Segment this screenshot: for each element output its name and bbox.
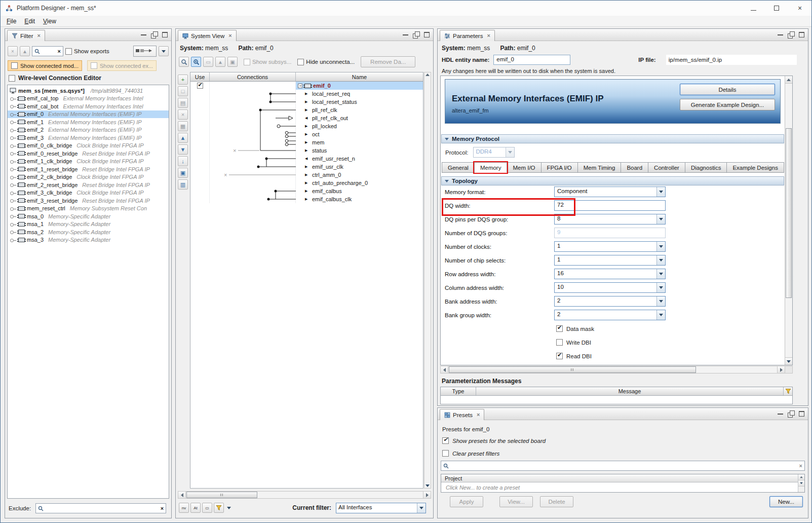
interface-names-button[interactable]: nv xyxy=(179,503,189,513)
maximize-button[interactable] xyxy=(765,1,788,16)
panel-float-icon[interactable] xyxy=(788,410,794,417)
group-button[interactable]: ▤ xyxy=(178,98,188,108)
clear-filter-button[interactable]: × xyxy=(8,46,18,56)
panel-minimize-icon[interactable] xyxy=(402,31,409,38)
use-checkbox[interactable] xyxy=(197,83,203,89)
tab-filter[interactable]: Filter × xyxy=(7,30,45,41)
move-up-button[interactable]: ▲ xyxy=(215,57,225,67)
tab-close-icon[interactable]: × xyxy=(37,33,41,39)
parameter-checkbox[interactable] xyxy=(556,353,563,359)
scroll-left-button[interactable] xyxy=(178,492,186,498)
scrollbar-thumb[interactable] xyxy=(786,128,792,298)
tree-item[interactable]: msa_0 Memory-Specific Adapter xyxy=(8,212,169,220)
panel-minimize-icon[interactable] xyxy=(777,410,784,417)
scroll-left-button[interactable] xyxy=(441,366,448,373)
panel-minimize-icon[interactable] xyxy=(140,31,147,38)
tree-item[interactable]: msa_2 Memory-Specific Adapter xyxy=(8,228,169,236)
presets-list-header[interactable]: Project xyxy=(441,474,804,482)
current-filter-dropdown[interactable]: All Interfaces xyxy=(336,503,426,513)
parameter-control[interactable]: 2 xyxy=(554,296,666,307)
vertical-scrollbar[interactable] xyxy=(785,76,792,365)
zoom-out-button[interactable] xyxy=(179,57,189,67)
tree-item[interactable]: emif_0_clk_bridge Clock Bridge Intel FPG… xyxy=(8,142,169,150)
parameter-control[interactable]: 1 xyxy=(554,255,666,266)
presets-search-field[interactable]: × xyxy=(441,461,805,471)
panel-maximize-icon[interactable] xyxy=(798,410,805,417)
parameter-control[interactable]: 10 xyxy=(554,282,666,293)
dropdown-arrow-icon[interactable] xyxy=(417,503,426,513)
tree-item[interactable]: emif_cal_bot External Memory Interfaces … xyxy=(8,102,169,110)
tree-item[interactable]: emif_2_reset_bridge Reset Bridge Intel F… xyxy=(8,181,169,189)
protocol-dropdown[interactable]: DDR4 xyxy=(473,147,515,158)
tab-presets[interactable]: Presets × xyxy=(440,409,484,420)
expand-all-button[interactable]: ▦ xyxy=(178,121,188,131)
parameter-control[interactable]: 16 xyxy=(554,269,666,279)
show-connected-modules-checkbox[interactable] xyxy=(11,62,18,69)
parameter-tab[interactable]: Controller xyxy=(648,162,685,173)
parameter-checkbox[interactable] xyxy=(556,325,563,332)
parameter-tab[interactable]: Mem I/O xyxy=(507,162,541,173)
column-message[interactable]: Message xyxy=(476,387,783,395)
dropdown-arrow-icon[interactable] xyxy=(656,255,665,265)
tree-item[interactable]: emif_1_reset_bridge Reset Bridge Intel F… xyxy=(8,165,169,173)
column-use[interactable]: Use xyxy=(190,72,210,81)
panel-maximize-icon[interactable] xyxy=(798,31,805,38)
parameter-checkbox[interactable] xyxy=(556,339,563,346)
tree-item[interactable]: emif_2_clk_bridge Clock Bridge Intel FPG… xyxy=(8,173,169,181)
topology-section-header[interactable]: Topology xyxy=(441,176,784,185)
generate-example-design-button[interactable]: Generate Example Design... xyxy=(680,99,775,110)
dropdown-arrow-icon[interactable] xyxy=(656,242,665,251)
tree-item[interactable]: emif_3_clk_bridge Clock Bridge Intel FPG… xyxy=(8,189,169,197)
close-button[interactable]: × xyxy=(788,1,811,16)
message-filter-button[interactable] xyxy=(783,387,792,395)
tab-system-view[interactable]: System View × xyxy=(178,30,237,41)
collapse-icon[interactable] xyxy=(298,84,302,88)
show-connected-modules-chip[interactable]: Show connected mod... xyxy=(8,60,82,71)
scroll-right-button[interactable] xyxy=(777,366,785,373)
remove-dangling-button[interactable]: Remove Da... xyxy=(361,56,415,67)
filter-search-field[interactable]: × xyxy=(32,46,63,56)
tree-item[interactable]: emif_1 External Memory Interfaces (EMIF)… xyxy=(8,118,169,126)
parameter-control[interactable]: 8 xyxy=(554,214,666,225)
scrollbar-thumb[interactable] xyxy=(186,492,257,498)
filter-dropdown-icon[interactable] xyxy=(225,503,232,513)
fit-view-button[interactable]: ▭ xyxy=(203,57,213,67)
scroll-down-button[interactable] xyxy=(798,480,804,487)
column-name[interactable]: Name xyxy=(296,72,423,81)
memory-protocol-section-header[interactable]: Memory Protocol xyxy=(441,134,784,143)
dropdown-arrow-icon[interactable] xyxy=(656,283,665,292)
tree-item[interactable]: emif_1_clk_bridge Clock Bridge Intel FPG… xyxy=(8,158,169,166)
show-connected-exports-checkbox[interactable] xyxy=(91,62,97,69)
tab-close-icon[interactable]: × xyxy=(487,33,490,39)
menu-file[interactable]: File xyxy=(3,17,20,26)
parameter-tab[interactable]: Diagnostics xyxy=(685,162,727,173)
show-exports-checkbox[interactable] xyxy=(65,48,72,55)
apply-button[interactable]: Apply xyxy=(450,496,483,507)
scroll-up-icon[interactable] xyxy=(426,73,430,76)
dropdown-arrow-icon[interactable] xyxy=(656,187,665,197)
details-button[interactable]: Details xyxy=(680,84,775,95)
wire-level-editor-checkbox[interactable] xyxy=(9,75,15,82)
move-up-button[interactable]: ▲ xyxy=(20,46,30,56)
move-up-button[interactable]: ▲ xyxy=(178,133,188,143)
hide-unconnected-checkbox[interactable] xyxy=(297,59,304,65)
scroll-down-icon[interactable] xyxy=(426,484,430,487)
tree-item[interactable]: emif_0_reset_bridge Reset Bridge Intel F… xyxy=(8,150,169,158)
panel-float-icon[interactable] xyxy=(413,31,419,38)
parameter-tab[interactable]: Example Designs xyxy=(727,162,784,173)
tree-item[interactable]: msa_3 Memory-Specific Adapter xyxy=(8,236,169,244)
parameter-tab[interactable]: Mem Timing xyxy=(578,162,622,173)
scroll-up-button[interactable] xyxy=(785,76,792,84)
delete-button[interactable]: Delete xyxy=(540,496,573,507)
connection-filter-dropdown-button[interactable] xyxy=(159,46,169,56)
dropdown-arrow-icon[interactable] xyxy=(656,269,665,279)
column-type[interactable]: Type xyxy=(441,387,476,395)
tree-item[interactable]: mem_reset_ctrl Memory Subsystem Reset Co… xyxy=(8,205,169,213)
panel-float-icon[interactable] xyxy=(788,31,794,38)
clear-search-icon[interactable]: × xyxy=(161,506,164,511)
tree-item[interactable]: emif_3_reset_bridge Reset Bridge Intel F… xyxy=(8,197,169,205)
horizontal-scrollbar[interactable] xyxy=(178,491,431,499)
scroll-up-button[interactable] xyxy=(798,474,804,480)
panel-float-icon[interactable] xyxy=(151,31,158,38)
panel-maximize-icon[interactable] xyxy=(162,31,168,38)
